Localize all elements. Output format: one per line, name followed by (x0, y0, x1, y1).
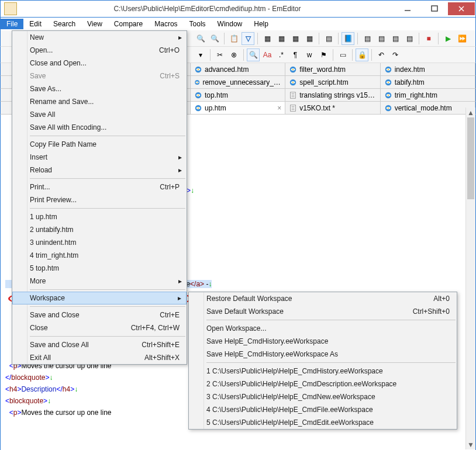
tab[interactable]: remove_unnecessary_quotes.htm (191, 76, 285, 88)
svg-point-13 (292, 81, 294, 83)
tool-icon[interactable]: ▤ (375, 32, 388, 45)
tool-icon[interactable]: 📘 (342, 32, 354, 45)
tool-icon[interactable]: ⊗ (227, 49, 240, 61)
close-button[interactable] (448, 2, 475, 15)
menu-item[interactable]: Save HelpE_CmdHistory.eeWorkspace As (189, 348, 457, 361)
menu-window[interactable]: Window (212, 19, 249, 29)
tool-icon[interactable]: ▦ (289, 32, 302, 45)
tab[interactable]: spell_script.htm (285, 76, 380, 88)
scroll-thumb[interactable] (467, 117, 474, 199)
tool-icon[interactable]: ¶ (289, 49, 302, 61)
menu-item[interactable]: 2 C:\Users\Public\Help\HelpE_CmdDescript… (189, 378, 457, 390)
menu-item[interactable]: Workspace▸ (12, 292, 187, 304)
menu-item[interactable]: Save and CloseCtrl+E (12, 309, 187, 321)
close-icon[interactable]: × (277, 104, 281, 112)
menu-item[interactable]: 3 C:\Users\Public\Help\HelpE_CmdNew.eeWo… (189, 390, 457, 403)
menu-item[interactable]: 4 trim_right.htm (12, 249, 187, 262)
menu-tools[interactable]: Tools (184, 19, 212, 29)
minimize-button[interactable] (394, 2, 421, 15)
tool-icon[interactable]: 🔍 (208, 32, 221, 45)
menu-item[interactable]: New▸ (12, 31, 187, 44)
menu-macros[interactable]: Macros (149, 19, 183, 29)
tool-icon[interactable]: ⏩ (456, 32, 468, 45)
menu-item[interactable]: 5 top.htm (12, 262, 187, 275)
tool-icon[interactable]: ⚑ (317, 49, 330, 61)
tab[interactable]: translating strings v15.txt (285, 89, 380, 101)
menu-item[interactable]: 4 C:\Users\Public\Help\HelpE_CmdFile.eeW… (189, 403, 457, 416)
tool-icon[interactable]: ▤ (361, 32, 374, 45)
menu-item[interactable]: 1 up.htm (12, 210, 187, 223)
menu-item[interactable]: Save All with Encoding... (12, 121, 187, 134)
tab[interactable]: index.htm (381, 63, 475, 75)
tool-icon[interactable]: ▤ (322, 32, 335, 45)
menu-compare[interactable]: Compare (108, 19, 149, 29)
filter-icon[interactable]: ▽ (242, 32, 254, 45)
tool-icon[interactable]: ↷ (389, 49, 402, 61)
maximize-button[interactable] (421, 2, 448, 15)
tab[interactable]: tabify.htm (381, 76, 475, 88)
search-icon[interactable]: 🔍 (247, 49, 260, 61)
tool-icon[interactable]: ↶ (375, 49, 388, 61)
scroll-up-icon[interactable]: ▲ (466, 108, 475, 117)
regex-icon[interactable]: .* (275, 49, 288, 61)
cut-icon[interactable]: ✂ (213, 49, 226, 61)
menu-item[interactable]: Open Workspace... (189, 322, 457, 335)
menu-item[interactable]: 3 unindent.htm (12, 236, 187, 249)
menu-item[interactable]: Copy File Path Name (12, 138, 187, 151)
tool-icon[interactable]: ▦ (261, 32, 274, 45)
menu-item[interactable]: Save All (12, 108, 187, 121)
menu-item[interactable]: Close and Open... (12, 57, 187, 70)
tab[interactable]: v15KO.txt * (285, 102, 380, 114)
tab[interactable]: up.htm× (191, 102, 285, 114)
menu-item: SaveCtrl+S (12, 70, 187, 82)
menu-search[interactable]: Search (47, 19, 81, 29)
tool-icon[interactable]: ▭ (336, 49, 349, 61)
tool-icon[interactable]: 🔍 (194, 32, 207, 45)
menu-item[interactable]: CloseCtrl+F4, Ctrl+W (12, 321, 187, 334)
vertical-scrollbar[interactable]: ▲ ▼ (465, 108, 475, 449)
tab[interactable]: advanced.htm (191, 63, 285, 75)
menu-item[interactable]: Restore Default WorkspaceAlt+0 (189, 292, 457, 305)
tool-icon[interactable]: ▦ (303, 32, 316, 45)
menu-edit[interactable]: Edit (23, 19, 47, 29)
tool-icon[interactable]: ▤ (389, 32, 402, 45)
play-icon[interactable]: ▶ (441, 32, 454, 45)
menu-item[interactable]: 5 C:\Users\Public\Help\HelpE_CmdEdit.eeW… (189, 416, 457, 429)
menu-item[interactable]: Print Preview... (12, 193, 187, 206)
menu-item[interactable]: Save and Close AllCtrl+Shift+E (12, 338, 187, 351)
tool-icon[interactable]: ▦ (275, 32, 288, 45)
menu-item[interactable]: Save HelpE_CmdHistory.eeWorkspace (189, 335, 457, 348)
tool-icon[interactable]: 📋 (227, 32, 240, 45)
lock-icon[interactable]: 🔒 (356, 49, 368, 61)
tab[interactable]: filter_word.htm (285, 63, 380, 75)
svg-point-5 (198, 68, 199, 70)
svg-point-15 (387, 81, 389, 83)
menu-item[interactable]: Save As... (12, 82, 187, 95)
record-icon[interactable]: ■ (422, 32, 435, 45)
tool-icon[interactable]: w (303, 49, 316, 61)
menu-item[interactable]: Rename and Save... (12, 95, 187, 108)
svg-rect-1 (432, 6, 437, 11)
tool-icon[interactable]: ▤ (403, 32, 416, 45)
menu-item[interactable]: Print...Ctrl+P (12, 181, 187, 193)
menu-item[interactable]: Insert▸ (12, 151, 187, 164)
menu-item[interactable]: 2 untabify.htm (12, 223, 187, 236)
tab[interactable]: top.htm (191, 89, 285, 101)
menu-item[interactable]: Exit AllAlt+Shift+X (12, 351, 187, 364)
scroll-down-icon[interactable]: ▼ (466, 439, 475, 449)
menu-help[interactable]: Help (248, 19, 274, 29)
tab[interactable]: vertical_mode.htm (381, 102, 475, 114)
menu-item[interactable]: Reload▸ (12, 164, 187, 176)
menu-view[interactable]: View (81, 19, 108, 29)
submenu-arrow-icon: ▸ (178, 153, 182, 161)
menu-item[interactable]: 1 C:\Users\Public\Help\HelpE_CmdHistory.… (189, 365, 457, 378)
menu-file[interactable]: File (1, 19, 23, 29)
text-color-icon[interactable]: Aa (261, 49, 274, 61)
menu-item[interactable]: More▸ (12, 275, 187, 288)
tab[interactable]: trim_right.htm (381, 89, 475, 101)
tool-icon[interactable]: ▾ (194, 49, 207, 61)
svg-point-25 (198, 107, 199, 109)
svg-point-23 (387, 94, 389, 96)
menu-item[interactable]: Open...Ctrl+O (12, 44, 187, 57)
menu-item[interactable]: Save Default WorkspaceCtrl+Shift+0 (189, 305, 457, 318)
